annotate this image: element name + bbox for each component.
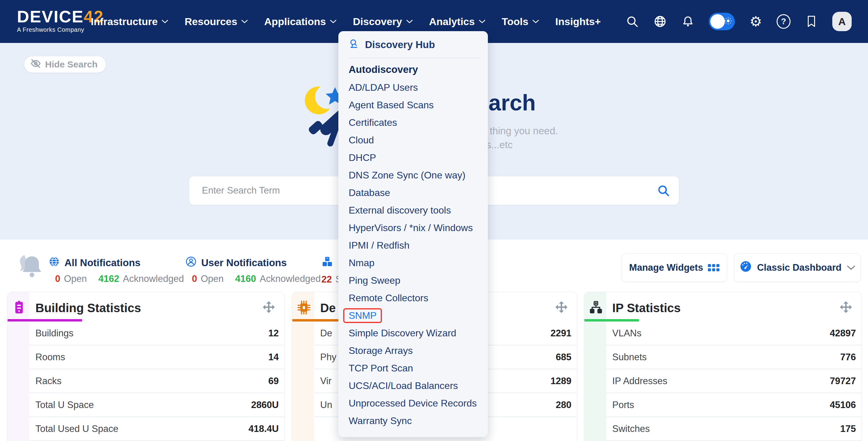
sitemap-icon — [589, 300, 603, 316]
search-submit-icon[interactable] — [657, 184, 670, 198]
global-search-heading-fragment: arch — [489, 91, 536, 115]
all-ack-label: Acknowledged — [123, 273, 184, 284]
manage-widgets-button[interactable]: Manage Widgets — [622, 253, 727, 282]
discovery-hub-item[interactable]: Discovery Hub — [349, 36, 435, 54]
chevron-down-icon — [532, 20, 539, 24]
discovery-menu-item[interactable]: Simple Discovery Wizard — [338, 324, 488, 342]
hide-search-label: Hide Search — [45, 59, 97, 70]
third-count: 22 — [321, 274, 332, 285]
dashboard-selector-label: Classic Dashboard — [757, 262, 841, 273]
discovery-menu-item[interactable]: Certificates — [338, 114, 488, 131]
stat-row: IP Addresses 79727 — [606, 369, 861, 393]
chevron-down-icon — [241, 20, 248, 24]
discovery-menu-item[interactable]: IPMI / Redfish — [338, 237, 488, 254]
stat-row: Switches 175 — [606, 417, 861, 441]
nav-menu-item[interactable]: Tools — [502, 16, 539, 28]
stat-row: Ports 45106 — [606, 393, 861, 417]
widget-title: IP Statistics — [612, 301, 681, 315]
move-handle-icon[interactable] — [554, 301, 568, 316]
ip-statistics-widget: IP Statistics VLANs 42897 Subnets 776 IP… — [584, 292, 862, 441]
discovery-menu-item[interactable]: Cloud — [338, 131, 488, 149]
search-subtitle-fragment-2: s...etc — [486, 139, 513, 150]
autodiscovery-section-title: Autodiscovery — [349, 61, 418, 78]
help-icon[interactable]: ? — [777, 14, 790, 28]
discovery-menu-item[interactable]: Unprocessed Device Records — [338, 395, 488, 412]
chevron-down-icon — [162, 20, 168, 24]
discovery-menu-item[interactable]: Remote Collectors — [338, 289, 488, 307]
chevron-down-icon — [330, 20, 337, 24]
widget-title: Building Statistics — [35, 301, 141, 315]
nav-menu-item[interactable]: Applications — [264, 16, 337, 28]
discovery-dropdown-menu: Discovery Hub Autodiscovery AD/LDAP User… — [338, 31, 488, 437]
stat-row: Subnets 776 — [606, 345, 861, 369]
manage-widgets-label: Manage Widgets — [629, 262, 703, 273]
discovery-menu-item[interactable]: TCP Port Scan — [338, 359, 488, 377]
nav-menu-item[interactable]: Infrastructure — [91, 16, 168, 28]
all-open-label: Open — [64, 273, 87, 284]
discovery-menu-item[interactable]: SNMP — [338, 307, 488, 324]
user-open-label: Open — [200, 273, 224, 284]
building-statistics-widget: Building Statistics Buildings 12 Rooms 1… — [7, 292, 284, 441]
globe-icon[interactable] — [653, 14, 667, 28]
stat-row: Rooms 14 — [29, 345, 284, 369]
chevron-down-icon — [406, 20, 413, 24]
discovery-menu-item[interactable]: UCS/ACI/Load Balancers — [338, 377, 488, 395]
discovery-menu-item[interactable]: Database — [338, 184, 488, 201]
discovery-menu-item[interactable]: Warranty Sync — [338, 412, 488, 430]
stat-row: Racks 69 — [29, 369, 284, 393]
user-notifications-block[interactable]: User Notifications 0 Open 4160 Acknowled… — [185, 256, 321, 284]
discovery-menu-item[interactable]: DHCP — [338, 149, 488, 166]
discovery-menu-item[interactable]: Ping Sweep — [338, 272, 488, 289]
search-icon[interactable] — [625, 14, 639, 28]
toggle-knob — [710, 14, 725, 29]
discovery-menu-item[interactable]: HyperVisors / *nix / Windows — [338, 219, 488, 237]
stat-row: Total Used U Space 418.4U — [29, 417, 284, 441]
stat-row: Buildings 12 — [29, 321, 284, 345]
sun-icon — [724, 17, 732, 26]
widgets-grid-icon — [708, 264, 719, 271]
user-ack-label: Acknowledged — [260, 273, 321, 284]
discovery-menu-item[interactable]: Nmap — [338, 254, 488, 272]
stat-row: VLANs 42897 — [606, 321, 861, 345]
device42-dashboard: Hide Search arch th — [0, 0, 868, 441]
search-subtitle-fragment-1: thing you need. — [490, 125, 558, 137]
nav-menu-item[interactable]: Analytics — [429, 16, 486, 28]
gauge-icon — [739, 260, 752, 275]
chip-icon — [297, 300, 311, 316]
eye-off-icon — [30, 58, 41, 71]
discovery-menu-item[interactable]: DNS Zone Sync (One way) — [338, 166, 488, 184]
all-notifications-block[interactable]: All Notifications 0 Open 4162 Acknowledg… — [49, 256, 184, 284]
nav-menu-item[interactable]: Insights+ — [555, 16, 601, 28]
dashboard-selector-button[interactable]: Classic Dashboard — [734, 253, 861, 282]
stat-row: Total U Space 2860U — [29, 393, 284, 417]
bell-icon[interactable] — [681, 14, 695, 28]
discovery-hub-icon — [349, 38, 360, 52]
bells-icon — [14, 252, 42, 282]
all-open-count: 0 — [55, 273, 60, 284]
user-ack-count: 4160 — [235, 273, 256, 284]
discovery-menu-item[interactable]: AD/LDAP Users — [338, 79, 488, 96]
discovery-menu-item[interactable]: External discovery tools — [338, 201, 488, 219]
theme-toggle[interactable] — [709, 13, 735, 30]
user-avatar[interactable]: A — [832, 12, 851, 31]
user-circle-icon — [185, 256, 197, 270]
chevron-down-icon — [846, 265, 856, 270]
globe-blue-icon — [49, 256, 60, 270]
user-notifications-title: User Notifications — [201, 257, 287, 269]
nav-menu-item[interactable]: Resources — [185, 16, 248, 28]
chevron-down-icon — [479, 20, 486, 24]
widget-rows: Buildings 12 Rooms 14 Racks 69 Total U S… — [29, 321, 284, 441]
move-handle-icon[interactable] — [262, 301, 276, 316]
discovery-menu-list: AD/LDAP Users Agent Based Scans Certific… — [338, 79, 488, 430]
bookmark-icon[interactable] — [804, 14, 818, 28]
move-handle-icon[interactable] — [839, 301, 853, 316]
gear-icon[interactable]: ⚙ — [749, 14, 763, 28]
discovery-menu-item[interactable]: Agent Based Scans — [338, 96, 488, 114]
all-ack-count: 4162 — [98, 273, 119, 284]
hide-search-button[interactable]: Hide Search — [24, 56, 106, 73]
nav-menu-item[interactable]: Discovery — [353, 16, 413, 28]
cubes-icon — [320, 256, 334, 270]
widget-title-fragment: De — [320, 301, 336, 315]
discovery-menu-item[interactable]: Storage Arrays — [338, 342, 488, 359]
discovery-hub-label: Discovery Hub — [365, 39, 435, 50]
